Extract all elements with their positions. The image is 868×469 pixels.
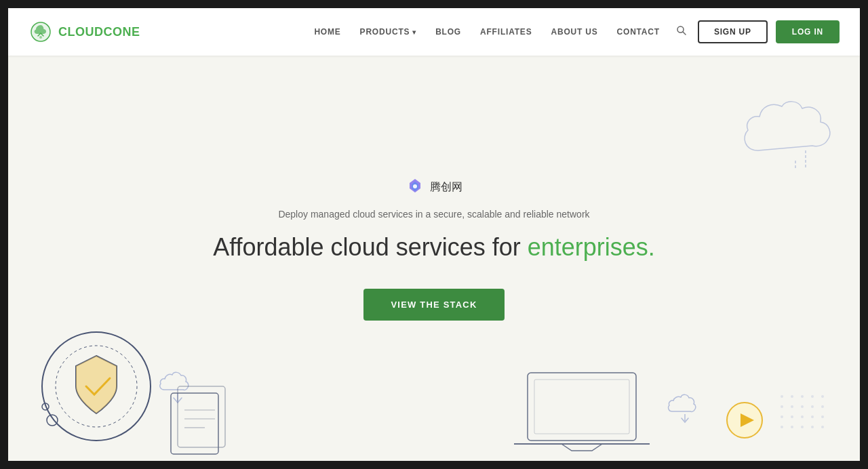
svg-point-1: [39, 36, 42, 39]
docs-illustration: [164, 380, 252, 461]
svg-point-35: [781, 415, 783, 418]
svg-rect-18: [534, 380, 629, 434]
svg-line-3: [683, 32, 686, 35]
svg-point-34: [821, 405, 824, 408]
search-button[interactable]: [673, 22, 690, 41]
cloud-download-illustration-2: [667, 390, 704, 427]
chevron-down-icon: ▾: [412, 28, 416, 36]
nav-actions: SIGN UP LOG IN: [673, 20, 840, 43]
signup-button[interactable]: SIGN UP: [698, 20, 768, 43]
hero-tagline: Deploy managed cloud services in a secur…: [278, 209, 589, 220]
svg-rect-17: [528, 373, 636, 441]
svg-point-30: [781, 405, 783, 408]
logo[interactable]: CLOUDCONE: [28, 20, 140, 44]
brand-badge-text: 腾创网: [430, 180, 462, 195]
nav-item-affiliates[interactable]: AFFILIATES: [480, 27, 532, 37]
navbar: CLOUDCONE HOME PRODUCTS ▾ BLOG AFFILIATE…: [8, 8, 860, 56]
cloud-big-illustration: [738, 96, 846, 171]
hero-section: 腾创网 Deploy managed cloud services in a s…: [8, 56, 860, 461]
svg-point-31: [791, 405, 793, 408]
svg-point-44: [821, 426, 824, 428]
nav-item-contact[interactable]: CONTACT: [617, 27, 660, 37]
shield-illustration: [35, 325, 157, 447]
svg-point-40: [781, 426, 783, 428]
dots-pattern: [778, 393, 833, 434]
nav-item-blog[interactable]: BLOG: [435, 27, 461, 37]
svg-point-32: [801, 405, 804, 408]
svg-point-28: [811, 395, 814, 398]
nav-item-about[interactable]: ABOUT US: [551, 27, 597, 37]
svg-point-38: [811, 415, 814, 418]
svg-point-36: [791, 415, 793, 418]
svg-point-33: [811, 405, 814, 408]
nav-item-home[interactable]: HOME: [314, 27, 340, 37]
svg-point-42: [801, 426, 804, 428]
headline-highlight: enterprises.: [528, 233, 655, 261]
svg-point-39: [821, 415, 824, 418]
svg-point-9: [47, 415, 58, 426]
nav-links: HOME PRODUCTS ▾ BLOG AFFILIATES ABOUT US…: [314, 27, 660, 37]
brand-badge: 腾创网: [406, 178, 462, 197]
brand-badge-icon: [406, 178, 425, 197]
play-button-illustration: [724, 400, 765, 441]
svg-point-26: [791, 395, 793, 398]
svg-point-27: [801, 395, 804, 398]
login-button[interactable]: LOG IN: [776, 20, 840, 43]
svg-point-43: [811, 426, 814, 428]
svg-point-37: [801, 415, 804, 418]
laptop-illustration: [514, 366, 650, 454]
svg-point-6: [413, 184, 417, 188]
svg-point-25: [781, 395, 783, 398]
logo-text: CLOUDCONE: [58, 25, 140, 39]
view-stack-button[interactable]: VIEW THE STACK: [363, 289, 504, 321]
hero-headline: Affordable cloud services for enterprise…: [213, 233, 655, 262]
logo-icon: [28, 20, 53, 44]
svg-point-29: [821, 395, 824, 398]
search-icon: [676, 25, 687, 36]
nav-item-products[interactable]: PRODUCTS ▾: [360, 27, 417, 37]
svg-point-41: [791, 426, 793, 428]
